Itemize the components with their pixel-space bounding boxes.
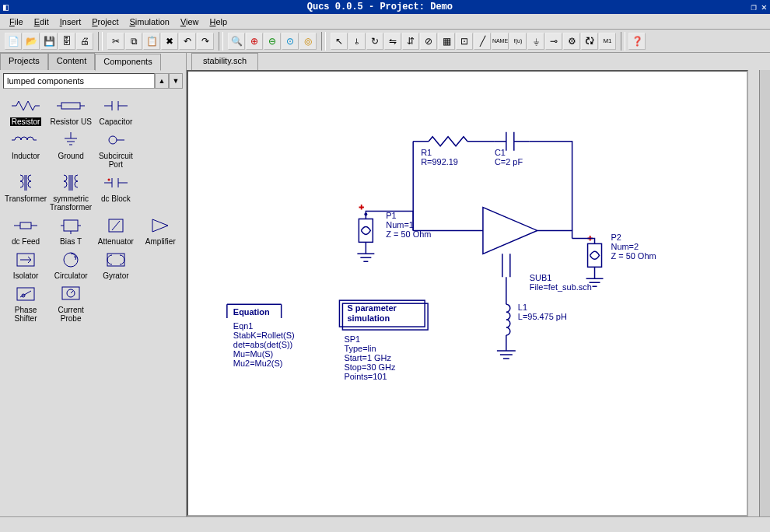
sub1-val: File=fet_sub.sch (530, 282, 592, 292)
tab-components[interactable]: Components (95, 54, 160, 71)
svg-point-1 (109, 136, 117, 144)
zoom-in-icon[interactable]: ⊕ (246, 33, 263, 50)
redo-icon[interactable]: ↷ (197, 33, 214, 50)
vertical-scrollbar[interactable] (759, 70, 770, 516)
component-glyph-icon (100, 250, 131, 269)
palette-current-probe[interactable]: Current Probe (50, 285, 92, 323)
palette-inductor[interactable]: Inductor (5, 131, 47, 169)
new-icon[interactable]: 📄 (5, 33, 22, 50)
select-icon[interactable]: ↖ (331, 33, 348, 50)
deactivate-icon[interactable]: ⊘ (420, 33, 437, 50)
palette-dc-block[interactable]: dc Block (95, 173, 136, 212)
menu-help[interactable]: Help (205, 16, 233, 28)
menu-insert[interactable]: Insert (55, 16, 86, 28)
help-icon[interactable]: ❓ (628, 33, 646, 50)
menu-file[interactable]: File (5, 16, 28, 28)
toolbar: 📄 📂 💾 🗄 🖨 ✂ ⧉ 📋 ✖ ↶ ↷ 🔍 ⊕ ⊖ ⊙ ◎ ↖ ⫰ ↻ ⇋ … (0, 30, 770, 53)
rotate-icon[interactable]: ↻ (366, 33, 383, 50)
palette-symmetric-transformer[interactable]: symmetric Transformer (50, 173, 92, 212)
palette-bias-t[interactable]: Bias T (50, 216, 92, 246)
svg-text:det=abs(det(S)): det=abs(det(S)) (233, 340, 292, 349)
palette-label: Inductor (12, 152, 40, 160)
palette-transformer[interactable]: Transformer (5, 173, 47, 212)
menu-project[interactable]: Project (87, 16, 123, 28)
undo-icon[interactable]: ↶ (179, 33, 196, 50)
menu-edit[interactable]: Edit (30, 16, 54, 28)
palette-amplifier[interactable]: Amplifier (140, 216, 181, 246)
open-icon[interactable]: 📂 (23, 33, 40, 50)
chevron-down-icon[interactable]: ▼ (169, 73, 183, 89)
p2-l1: Num=2 (611, 242, 639, 251)
grid-icon[interactable]: ▦ (438, 33, 455, 50)
chevron-up-icon[interactable]: ▲ (155, 73, 169, 89)
component-glyph-icon (100, 131, 131, 149)
paste-icon[interactable]: 📋 (143, 33, 160, 50)
document-tab[interactable]: stability.sch (191, 53, 258, 70)
component-glyph-icon (55, 250, 86, 269)
palette-isolator[interactable]: Isolator (5, 250, 47, 280)
palette-circulator[interactable]: Circulator (50, 250, 92, 280)
sub1-name: SUB1 (530, 273, 552, 282)
palette-resistor-us[interactable]: Resistor US (50, 96, 92, 126)
schematic-canvas[interactable]: R1 R=992.19 C1 C=2 pF + (187, 70, 748, 516)
maximize-icon[interactable]: ❐ (751, 2, 757, 13)
palette-gyrator[interactable]: Gyrator (95, 250, 136, 280)
ground-icon[interactable]: ⏚ (527, 33, 544, 50)
menu-view[interactable]: View (176, 16, 204, 28)
p2-l2: Z = 50 Ohm (611, 251, 656, 261)
node-icon[interactable]: ⊡ (456, 33, 473, 50)
tab-projects[interactable]: Projects (0, 53, 48, 70)
svg-point-2 (107, 179, 110, 181)
equation-title: Equation (233, 307, 270, 317)
palette-label: Transformer (5, 194, 47, 203)
zoom-out-icon[interactable]: ⊖ (264, 33, 281, 50)
palette-label: Bias T (60, 237, 82, 246)
window-titlebar: ◧ Qucs 0.0.5 - Project: Demo ❐ ✕ (0, 0, 770, 14)
equation-icon[interactable]: f(u) (509, 33, 527, 50)
palette-dc-feed[interactable]: dc Feed (5, 216, 47, 246)
tab-content[interactable]: Content (48, 53, 96, 70)
component-glyph-icon (10, 216, 41, 235)
marker-icon[interactable]: M1 (599, 33, 616, 50)
palette-label: Capacitor (99, 117, 132, 126)
palette-label: Amplifier (145, 237, 176, 246)
zoom-window-icon[interactable]: ◎ (299, 33, 317, 50)
label-icon[interactable]: NAME (492, 33, 509, 50)
palette-label: Gyrator (103, 271, 128, 280)
p1-name: P1 (386, 211, 396, 220)
zoom-reset-icon[interactable]: ⊙ (282, 33, 299, 50)
wire-icon[interactable]: ⫰ (348, 33, 366, 50)
wire2-icon[interactable]: ╱ (474, 33, 491, 50)
component-glyph-icon (145, 216, 176, 235)
delete-icon[interactable]: ✖ (161, 33, 178, 50)
palette-resistor[interactable]: Resistor (5, 96, 47, 126)
refresh-icon[interactable]: 🗘 (581, 33, 598, 50)
app-icon: ◧ (3, 2, 9, 13)
mirrorx-icon[interactable]: ⇋ (384, 33, 401, 50)
zoom-fit-icon[interactable]: 🔍 (228, 33, 245, 50)
copy-icon[interactable]: ⧉ (125, 33, 142, 50)
palette-phase-shifter[interactable]: Phase Shifter (5, 285, 47, 323)
print-icon[interactable]: 🖨 (76, 33, 93, 50)
cut-icon[interactable]: ✂ (107, 33, 124, 50)
palette-label: Subcircuit Port (95, 152, 136, 169)
palette-label: Ground (58, 152, 83, 160)
component-category-select[interactable] (3, 73, 155, 89)
palette-attenuator[interactable]: Attenuator (95, 216, 136, 246)
l1-val: L=95.475 pH (518, 312, 567, 321)
p2-name: P2 (611, 233, 621, 242)
palette-ground[interactable]: Ground (50, 131, 92, 169)
mirrory-icon[interactable]: ⇵ (402, 33, 419, 50)
menu-simulation[interactable]: Simulation (125, 16, 174, 28)
simulate-icon[interactable]: ⚙ (563, 33, 580, 50)
window-title: Qucs 0.0.5 - Project: Demo (307, 2, 453, 12)
palette-label: dc Block (101, 194, 131, 203)
port-icon[interactable]: ⊸ (545, 33, 562, 50)
palette-capacitor[interactable]: Capacitor (95, 96, 136, 126)
component-glyph-icon (55, 96, 86, 115)
save-all-icon[interactable]: 🗄 (58, 33, 75, 50)
save-icon[interactable]: 💾 (40, 33, 58, 50)
close-icon[interactable]: ✕ (761, 2, 767, 13)
c1-val: C=2 pF (495, 157, 523, 166)
palette-subcircuit-port[interactable]: Subcircuit Port (95, 131, 136, 169)
